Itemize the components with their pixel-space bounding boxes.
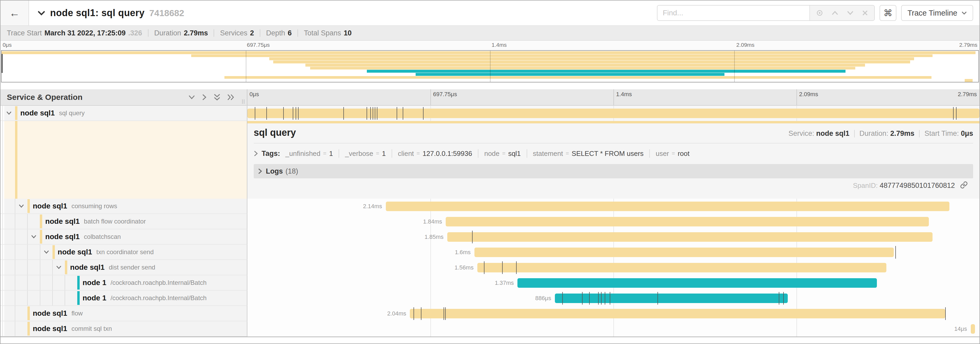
expand-chevron-icon[interactable] (43, 250, 49, 254)
span-log-tick (375, 107, 375, 120)
expand-all-icon[interactable] (228, 94, 234, 101)
span-log-tick (367, 107, 367, 120)
span-duration-bar[interactable] (446, 217, 929, 226)
tag-equals: = (376, 150, 379, 157)
meta-value: 10 (344, 29, 352, 37)
span-row-timeline-cell[interactable]: 2.14ms (247, 199, 980, 214)
span-row-name-cell[interactable]: node sql1dist sender send (0, 260, 247, 275)
span-row[interactable]: node sql1commit sql txn14μs (0, 321, 980, 337)
keyboard-shortcuts-button[interactable]: ⌘ (880, 5, 896, 21)
spanid-value: 4877749850101760812 (880, 181, 955, 189)
span-row[interactable]: node sql1colbatchscan1.85ms (0, 229, 980, 245)
span-duration-bar[interactable] (447, 232, 932, 242)
span-row-timeline-cell[interactable]: 14μs (247, 321, 980, 337)
logs-label: Logs (266, 167, 283, 176)
span-row-timeline-cell[interactable]: 1.6ms (247, 245, 980, 260)
collapse-trace-chevron-icon[interactable] (37, 10, 45, 16)
logs-accordion[interactable]: Logs (18) (254, 164, 973, 178)
span-row-name-cell[interactable]: node sql1colbatchscan (0, 229, 247, 245)
prev-match-icon[interactable] (832, 11, 838, 15)
span-log-tick (953, 107, 954, 120)
expand-chevron-icon[interactable] (56, 265, 62, 269)
locate-icon[interactable] (816, 10, 823, 16)
axis-tick-label: 697.75μs (433, 91, 457, 98)
span-row-timeline-cell[interactable] (247, 106, 980, 121)
span-log-tick (605, 292, 605, 305)
indent-guide (52, 291, 53, 306)
indent-guide (2, 321, 3, 336)
span-duration-bar[interactable] (971, 324, 975, 334)
span-duration-bar[interactable] (474, 248, 894, 257)
overview-value: 0μs (961, 130, 973, 138)
view-type-label: Trace Timeline (907, 9, 957, 18)
tag-item: node=sql1 (484, 150, 520, 158)
span-duration-bar[interactable] (386, 202, 950, 211)
copy-link-icon[interactable] (960, 181, 968, 189)
tags-accordion[interactable]: Tags: _unfinished=1_verbose=1client=127.… (254, 148, 973, 159)
operation-name: /cockroach.roachpb.Internal/Batch (110, 294, 207, 302)
minimap-scrubber-handle[interactable] (2, 54, 3, 73)
minimap-canvas[interactable] (1, 50, 979, 82)
span-row-name-cell[interactable]: node sql1commit sql txn (0, 321, 247, 337)
tag-separator (527, 149, 527, 158)
clear-find-icon[interactable] (862, 10, 868, 16)
expand-chevron-icon[interactable] (6, 111, 12, 115)
span-row[interactable]: node 1/cockroach.roachpb.Internal/Batch1… (0, 275, 980, 291)
span-duration-bar[interactable] (410, 309, 945, 318)
span-row-name-cell[interactable]: node sql1consuming rows (0, 199, 247, 214)
span-row-timeline-cell[interactable]: 1.37ms (247, 275, 980, 291)
service-name: node sql1 (58, 248, 92, 256)
span-row-name-cell[interactable]: node sql1txn coordinator send (0, 245, 247, 260)
span-row[interactable]: node 1/cockroach.roachpb.Internal/Batch8… (0, 291, 980, 306)
span-row[interactable]: node sql1sql query (0, 106, 980, 121)
tag-item: user=root (655, 150, 689, 158)
span-row-name-cell[interactable]: node 1/cockroach.roachpb.Internal/Batch (0, 291, 247, 306)
operation-name: dist sender send (109, 264, 155, 271)
indent-guide (15, 245, 15, 259)
span-duration-bar[interactable] (247, 109, 980, 118)
column-resizer-handle[interactable]: || (242, 99, 245, 104)
span-row-timeline-cell[interactable]: 886μs (247, 291, 980, 306)
span-log-tick (373, 107, 373, 120)
collapse-one-icon[interactable] (188, 95, 195, 99)
span-row-timeline-cell[interactable]: 1.84ms (247, 214, 980, 229)
view-type-dropdown[interactable]: Trace Timeline (901, 5, 973, 21)
span-row-timeline-cell[interactable]: 1.56ms (247, 260, 980, 275)
span-row[interactable]: node sql1consuming rows2.14ms (0, 199, 980, 214)
span-row[interactable]: node sql1txn coordinator send1.6ms (0, 245, 980, 260)
span-log-tick (895, 246, 896, 259)
expand-one-icon[interactable] (202, 94, 207, 101)
span-log-tick (582, 292, 582, 305)
span-row-name-cell[interactable]: node 1/cockroach.roachpb.Internal/Batch (0, 275, 247, 291)
span-row-timeline-cell[interactable]: 2.04ms (247, 306, 980, 321)
span-duration-label: 2.04ms (387, 310, 406, 317)
meta-value: March 31 2022, 17:25:09 (45, 29, 126, 37)
overview-label: Start Time: (924, 130, 961, 138)
span-log-tick (255, 107, 255, 120)
minimap-gridline (246, 51, 246, 82)
timeline-gridline (430, 291, 431, 306)
span-row-name-cell[interactable]: node sql1batch flow coordinator (0, 214, 247, 229)
span-row-timeline-cell[interactable]: 1.85ms (247, 229, 980, 245)
collapse-all-icon[interactable] (214, 94, 221, 101)
back-button[interactable]: ← (0, 0, 29, 26)
span-row[interactable]: node sql1flow2.04ms (0, 306, 980, 321)
indent-guide (40, 245, 40, 259)
axis-tick-label: 2.79ms (958, 91, 977, 98)
span-duration-label: 2.14ms (363, 203, 382, 210)
timeline-gridline (430, 260, 431, 275)
overview-item: Start Time: 0μs (924, 130, 973, 138)
span-row[interactable]: node sql1batch flow coordinator1.84ms (0, 214, 980, 229)
expand-chevron-icon[interactable] (31, 235, 37, 239)
span-row-name-cell[interactable]: node sql1flow (0, 306, 247, 321)
ruler-tick-label: 697.75μs (247, 42, 270, 48)
expand-chevron-icon[interactable] (19, 204, 24, 208)
span-row-name-cell[interactable]: node sql1sql query (0, 106, 247, 121)
next-match-icon[interactable] (847, 11, 854, 15)
span-row[interactable]: node sql1dist sender send1.56ms (0, 260, 980, 275)
span-duration-bar[interactable] (477, 263, 887, 272)
indent-guide (52, 275, 53, 290)
find-input[interactable] (657, 6, 809, 20)
span-duration-bar[interactable] (517, 278, 877, 288)
span-color-bar (65, 261, 67, 274)
